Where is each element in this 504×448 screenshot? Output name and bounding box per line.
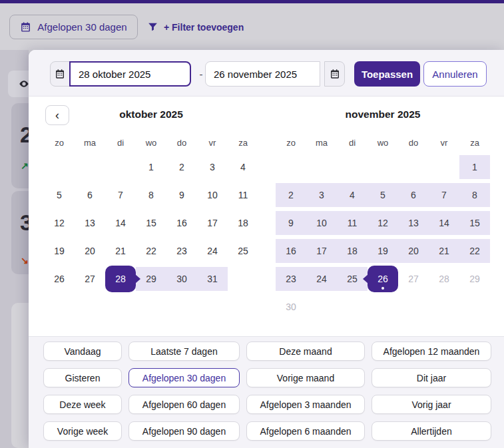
weekday-label: di [337, 135, 368, 151]
day-cell[interactable]: 22 [136, 237, 166, 265]
preset-vorige-week[interactable]: Vorige week [43, 421, 122, 441]
range-day[interactable]: 3 [306, 183, 337, 207]
trend-up-icon: ↗ [21, 160, 29, 171]
range-day[interactable]: 19 [368, 239, 398, 263]
range-day[interactable]: 9 [276, 211, 306, 235]
day-cell[interactable]: 10 [197, 181, 228, 209]
range-day[interactable]: 31 [197, 267, 228, 291]
day-cell[interactable]: 25 [228, 237, 258, 265]
range-day[interactable]: 5 [368, 183, 398, 207]
day-cell[interactable]: 11 [228, 181, 258, 209]
month-october: oktober 2025 zomadiwodovrza 123456789101… [44, 97, 258, 336]
range-day[interactable]: 24 [306, 267, 337, 291]
day-cell[interactable]: 27 [75, 265, 105, 293]
range-day[interactable]: 7 [429, 183, 459, 207]
day-cell[interactable]: 26 [44, 265, 75, 293]
preset-gisteren[interactable]: Gisteren [43, 368, 122, 387]
range-day[interactable]: 12 [368, 211, 398, 235]
range-end-day[interactable]: 26 [368, 266, 398, 292]
day-cell[interactable]: 21 [105, 237, 136, 265]
range-day[interactable]: 16 [276, 239, 306, 263]
weekday-row: zomadiwodovrza [44, 135, 258, 151]
preset-dit-jaar[interactable]: Dit jaar [372, 368, 491, 387]
preset-afgelopen-6-maanden[interactable]: Afgelopen 6 maanden [246, 421, 365, 441]
day-cell[interactable]: 17 [197, 209, 228, 237]
start-date-calendar-button[interactable] [50, 61, 70, 87]
calendar-area: ‹ oktober 2025 zomadiwodovrza 1234567891… [29, 97, 504, 336]
preset-afgelopen-12-maanden[interactable]: Afgelopen 12 maanden [372, 341, 491, 361]
start-date-input[interactable] [69, 61, 191, 87]
range-start-day[interactable]: 28 [105, 266, 136, 292]
day-grid: 1234567891011121314151617181920212223242… [276, 153, 490, 326]
day-cell[interactable]: 23 [166, 237, 197, 265]
end-date-input[interactable] [205, 61, 320, 87]
range-day[interactable]: 20 [398, 239, 429, 263]
weekday-label: vr [197, 135, 228, 151]
range-day[interactable]: 23 [276, 267, 306, 291]
day-cell[interactable]: 13 [75, 209, 105, 237]
end-date-calendar-button[interactable] [324, 61, 345, 87]
preset-vorige-maand[interactable]: Vorige maand [246, 368, 365, 387]
range-day[interactable]: 2 [276, 183, 306, 207]
day-cell[interactable]: 12 [44, 209, 75, 237]
preset-deze-week[interactable]: Deze week [43, 395, 122, 414]
day-cell[interactable]: 3 [197, 153, 228, 181]
preset-vandaag[interactable]: Vandaag [43, 341, 122, 361]
picker-header: - Toepassen Annuleren [29, 50, 504, 97]
weekday-label: ma [75, 135, 105, 151]
range-day[interactable]: 11 [337, 211, 368, 235]
weekday-label: za [459, 135, 490, 151]
day-cell[interactable]: 5 [44, 181, 75, 209]
range-day[interactable]: 8 [459, 183, 490, 207]
preset-afgelopen-90-dagen[interactable]: Afgelopen 90 dagen [128, 421, 240, 441]
preset-section: VandaagLaatste 7 dagenDeze maandAfgelope… [29, 336, 504, 448]
range-day[interactable]: 30 [166, 267, 197, 291]
preset-laatste-7-dagen[interactable]: Laatste 7 dagen [128, 341, 240, 361]
range-day[interactable]: 13 [398, 211, 429, 235]
range-day[interactable]: 4 [337, 183, 368, 207]
period-filter-button[interactable]: Afgelopen 30 dagen [9, 15, 138, 39]
preset-afgelopen-3-maanden[interactable]: Afgelopen 3 maanden [246, 395, 365, 414]
apply-button[interactable]: Toepassen [354, 61, 420, 87]
range-day[interactable]: 6 [398, 183, 429, 207]
disabled-day: 27 [398, 265, 429, 293]
day-cell[interactable]: 9 [166, 181, 197, 209]
range-day[interactable]: 21 [429, 239, 459, 263]
day-cell[interactable]: 6 [75, 181, 105, 209]
day-cell[interactable]: 24 [197, 237, 228, 265]
background-card [11, 303, 29, 448]
filter-funnel-icon [147, 21, 158, 33]
add-filter-button[interactable]: + Filter toevoegen [164, 22, 244, 33]
day-cell[interactable]: 14 [105, 209, 136, 237]
weekday-label: ma [306, 135, 337, 151]
disabled-day: 30 [276, 293, 306, 321]
background-visibility-card [8, 71, 29, 97]
day-cell[interactable]: 19 [44, 237, 75, 265]
cancel-button[interactable]: Annuleren [423, 61, 487, 87]
range-day[interactable]: 14 [429, 211, 459, 235]
range-day[interactable]: 15 [459, 211, 490, 235]
range-day[interactable]: 10 [306, 211, 337, 235]
day-cell[interactable]: 1 [136, 153, 166, 181]
preset-vorig-jaar[interactable]: Vorig jaar [372, 395, 491, 414]
range-day[interactable]: 17 [306, 239, 337, 263]
preset-allertijden[interactable]: Allertijden [372, 421, 491, 441]
day-cell[interactable]: 8 [136, 181, 166, 209]
day-cell[interactable]: 16 [166, 209, 197, 237]
day-cell[interactable]: 7 [105, 181, 136, 209]
day-cell[interactable]: 15 [136, 209, 166, 237]
preset-deze-maand[interactable]: Deze maand [246, 341, 365, 361]
range-day[interactable]: 18 [337, 239, 368, 263]
month-november: november 2025 zomadiwodovrza 12345678910… [276, 97, 490, 336]
day-cell[interactable]: 2 [166, 153, 197, 181]
range-day[interactable]: 1 [459, 155, 490, 179]
day-cell[interactable]: 18 [228, 209, 258, 237]
range-day[interactable]: 22 [459, 239, 490, 263]
day-cell[interactable]: 20 [75, 237, 105, 265]
preset-afgelopen-30-dagen[interactable]: Afgelopen 30 dagen [128, 368, 240, 387]
day-cell[interactable]: 4 [228, 153, 258, 181]
trend-down-icon: ↘ [21, 255, 29, 266]
preset-afgelopen-60-dagen[interactable]: Afgelopen 60 dagen [128, 395, 240, 414]
weekday-label: wo [368, 135, 398, 151]
disabled-day: 28 [429, 265, 459, 293]
